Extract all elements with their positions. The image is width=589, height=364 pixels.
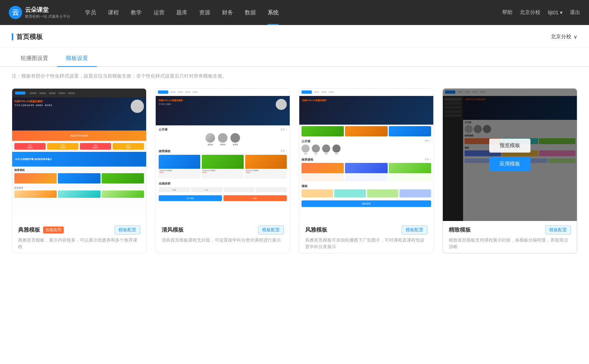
template-card-t3: 托福TP01-S4真题及解析 公开课 更多 >	[299, 88, 434, 253]
tabs-bar: 轮播图设置 模板设置	[0, 50, 589, 67]
help-link[interactable]: 帮助	[502, 9, 512, 16]
template-preview-t1: 托福TP01-S4真题及解析 万 学员 已选择 进步课堂 · 成绩更多 · 教学…	[12, 89, 146, 221]
template-name-t4: 精致模板	[449, 226, 471, 233]
template-name-t1: 典雅模板	[18, 226, 40, 233]
t3-nav	[299, 89, 433, 96]
template-name-t3: 风雅模板	[305, 226, 327, 233]
note-text: 注：模板有部分个性化样式设置，设置后仅当前模板生效；非个性化样式设置后只针对所有…	[12, 73, 227, 79]
branch-selector[interactable]: 北京分校 ∨	[551, 33, 577, 40]
template-name-row-t4: 精致模板 模板配置	[449, 225, 571, 235]
branch-link[interactable]: 北京分校	[520, 9, 540, 16]
navbar-right: 帮助 北京分校 lijt01 ▾ 退出	[502, 9, 580, 16]
t3-public-section: 公开课 更多 > 讲师 讲师	[299, 138, 433, 156]
template-card-t1: 托福TP01-S4真题及解析 万 学员 已选择 进步课堂 · 成绩更多 · 教学…	[12, 88, 147, 253]
nav-item-data[interactable]: 数据	[245, 7, 256, 18]
config-btn-t2[interactable]: 模板配置	[258, 225, 284, 235]
t2-recommended-section: 推荐课程 更多 > PyTorch入门到实战 ¥499	[156, 148, 290, 180]
template-preview-t3: 托福TP01-S4真题及解析 公开课 更多 >	[299, 89, 433, 221]
t1-mini-preview: 托福TP01-S4真题及解析 万 学员 已选择 进步课堂 · 成绩更多 · 教学…	[12, 89, 146, 221]
preview-template-btn[interactable]: 预览模板	[489, 139, 530, 153]
template-preview-t4: 预览模板 应用模板	[443, 89, 577, 221]
template-name-left-t2: 清风模板	[162, 226, 184, 233]
template-name-left-t4: 精致模板	[449, 226, 471, 233]
t3-banners	[299, 125, 433, 138]
page-header: 首页模板 北京分校 ∨	[0, 25, 589, 47]
t1-orange-banner: 精品好课率先抢购	[12, 131, 146, 141]
template-name-left-t3: 风雅模板	[305, 226, 327, 233]
current-badge-t1: 当前应用	[43, 226, 64, 233]
nav-item-operations[interactable]: 运营	[154, 7, 165, 18]
config-btn-t4[interactable]: 模板配置	[545, 225, 571, 235]
t1-courses-section: 推荐课程	[12, 167, 146, 185]
chevron-down-icon: ▾	[560, 10, 562, 15]
t3-mini-preview: 托福TP01-S4真题及解析 公开课 更多 >	[299, 89, 433, 221]
template-footer-t4: 精致模板 模板配置 精致首页模板支持课程展示封面，各模板分隔明显，界面简洁清晰	[443, 221, 577, 253]
nav-item-questions[interactable]: 题库	[176, 7, 187, 18]
nav-item-students[interactable]: 学员	[85, 7, 96, 18]
template-desc-t1: 典雅首页模板，展示内容较多，可以展示优惠券和多个推荐课程	[18, 237, 140, 250]
template-name-left-t1: 典雅模板 当前应用	[18, 226, 64, 233]
template-footer-t2: 清风模板 模板配置 清风首页模板课程无封面，可设置按学科分类对课程进行展示	[156, 221, 290, 246]
navbar: 云 云朵课堂 教育机构一站 式服务云平台 学员 课程 教学 运营 题库 资源 财…	[0, 0, 589, 25]
template-name-row-t2: 清风模板 模板配置	[162, 225, 284, 235]
template-footer-t3: 风雅模板 模板配置 风雅首页模板可添加轮播图下广告图片，可对课程及课程包设置学科…	[299, 221, 433, 253]
t2-logo	[158, 90, 168, 94]
t3-nav-links	[314, 91, 334, 93]
config-btn-t1[interactable]: 模板配置	[114, 225, 140, 235]
t2-nav	[156, 89, 290, 96]
t3-courses-section: 课程	[299, 183, 433, 199]
tab-carousel[interactable]: 轮播图设置	[12, 50, 57, 67]
page-title-bar	[12, 33, 13, 40]
template-name-row-t3: 风雅模板 模板配置	[305, 225, 427, 235]
logout-link[interactable]: 退出	[570, 9, 580, 16]
page-title: 首页模板	[16, 32, 43, 41]
t2-nav-links	[170, 91, 198, 93]
t2-bottom-section: 进入课程 更多	[156, 194, 290, 203]
template-desc-t2: 清风首页模板课程无封面，可设置按学科分类对课程进行展示	[162, 237, 284, 243]
t2-public-section: 公开课 更多 > 老师名	[156, 125, 290, 148]
t1-header	[12, 89, 146, 97]
note-bar: 注：模板有部分个性化样式设置，设置后仅当前模板生效；非个性化样式设置后只针对所有…	[0, 67, 589, 85]
template-desc-t3: 风雅首页模板可添加轮播图下广告图片，可对课程及课程包设置学科分类展示	[305, 237, 427, 250]
template-name-row-t1: 典雅模板 当前应用 模板配置	[18, 225, 140, 235]
t1-coupons: ¥30优惠券 ¥200优惠券 ¥30优惠券 ¥200优惠券	[12, 141, 146, 152]
t2-mini-preview: 托福TP01-S4真题及解析 万 学员 已选择 公开课 更多 >	[156, 89, 290, 221]
t1-bottom-section: 职业教育 深入人工...	[12, 185, 146, 199]
page-container: 首页模板 北京分校 ∨ 轮播图设置 模板设置 注：模板有部分个性化样式设置，设置…	[0, 25, 589, 364]
logo-text: 云朵课堂 教育机构一站 式服务云平台	[25, 6, 70, 19]
nav-item-finance[interactable]: 财务	[222, 7, 233, 18]
tab-template[interactable]: 模板设置	[57, 50, 97, 67]
template-card-t2: 托福TP01-S4真题及解析 万 学员 已选择 公开课 更多 >	[155, 88, 290, 253]
username-label: lijt01	[548, 10, 558, 15]
navbar-menu: 学员 课程 教学 运营 题库 资源 财务 数据 系统	[85, 7, 502, 18]
nav-item-courses[interactable]: 课程	[108, 7, 119, 18]
t3-hero: 托福TP01-S4真题及解析	[299, 96, 433, 125]
template-preview-t2: 托福TP01-S4真题及解析 万 学员 已选择 公开课 更多 >	[156, 89, 290, 221]
t4-overlay: 预览模板 应用模板	[443, 89, 577, 221]
t3-logo	[301, 90, 312, 94]
nav-item-system[interactable]: 系统	[268, 7, 279, 18]
user-dropdown[interactable]: lijt01 ▾	[548, 10, 562, 15]
template-desc-t4: 精致首页模板支持课程展示封面，各模板分隔明显，界面简洁清晰	[449, 237, 571, 250]
t2-national-section: 全国讲师 工程师 专业	[156, 180, 290, 194]
branch-name: 北京分校	[551, 33, 571, 40]
logo-icon: 云	[9, 6, 22, 19]
nav-item-teaching[interactable]: 教学	[131, 7, 142, 18]
template-card-t4: 预览模板 应用模板	[442, 88, 577, 253]
branch-chevron-icon: ∨	[574, 34, 577, 40]
apply-template-btn[interactable]: 应用模板	[489, 157, 530, 171]
template-footer-t1: 典雅模板 当前应用 模板配置 典雅首页模板，展示内容较多，可以展示优惠券和多个推…	[12, 221, 146, 253]
t1-hero: 托福TP01-S4真题及解析 万 学员 已选择 进步课堂 · 成绩更多 · 教学…	[12, 97, 146, 131]
config-btn-t3[interactable]: 模板配置	[402, 225, 427, 235]
t1-blue-banner: 30天 让你摆脱平庸 知识使你更有魅力	[12, 152, 146, 167]
page-title-wrapper: 首页模板	[12, 32, 43, 41]
t3-cta-section: 领取课程	[299, 199, 433, 208]
template-name-t2: 清风模板	[162, 226, 184, 233]
t2-hero: 托福TP01-S4真题及解析 万 学员 已选择	[156, 96, 290, 125]
nav-item-resources[interactable]: 资源	[199, 7, 210, 18]
logo[interactable]: 云 云朵课堂 教育机构一站 式服务云平台	[9, 6, 70, 19]
t3-recommended-section: 推荐课程 更多 >	[299, 156, 433, 183]
templates-grid: 托福TP01-S4真题及解析 万 学员 已选择 进步课堂 · 成绩更多 · 教学…	[0, 85, 589, 268]
